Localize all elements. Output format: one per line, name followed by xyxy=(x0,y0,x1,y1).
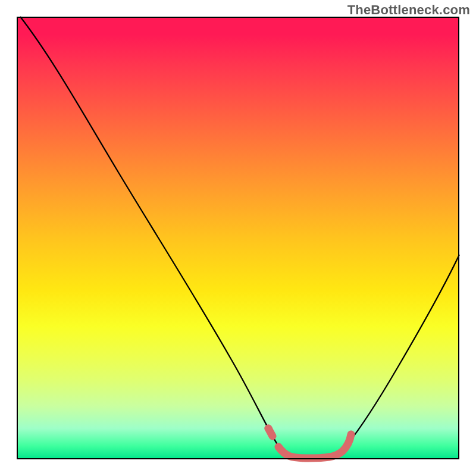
bottleneck-curve xyxy=(20,17,459,458)
watermark-text: TheBottleneck.com xyxy=(347,2,470,18)
highlight-dot xyxy=(265,425,273,433)
highlight-segment xyxy=(268,428,351,458)
chart-svg xyxy=(17,17,459,459)
chart-frame: TheBottleneck.com xyxy=(0,0,476,476)
